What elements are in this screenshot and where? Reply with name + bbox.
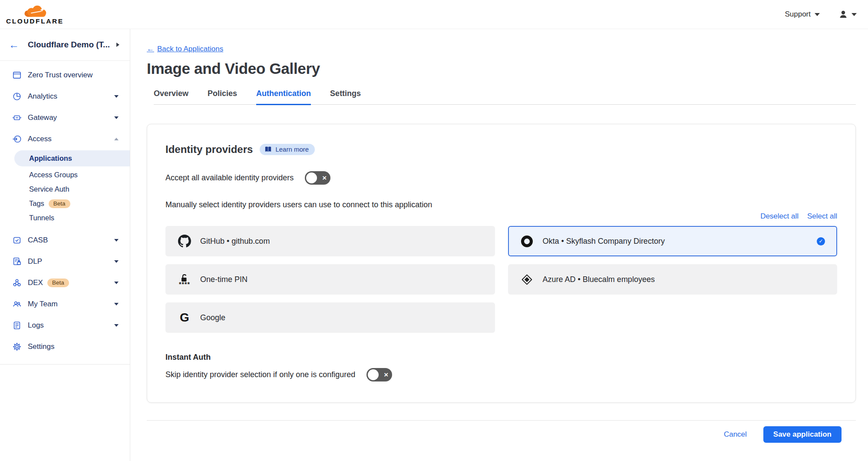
sidebar-item-casb[interactable]: CASB — [0, 229, 130, 251]
toggle-x-icon: × — [322, 174, 327, 182]
beta-badge: Beta — [47, 279, 69, 287]
save-application-button[interactable]: Save application — [763, 426, 842, 443]
sidebar-account-header: ← Cloudflare Demo (T... — [0, 29, 130, 61]
sidebar-item-tags[interactable]: Tags Beta — [0, 196, 130, 211]
access-submenu: Applications Access Groups Service Auth … — [0, 150, 130, 225]
sidebar-item-dlp[interactable]: DLP — [0, 251, 130, 272]
main-content: ← Back to Applications Image and Video G… — [130, 29, 868, 461]
instant-auth-toggle[interactable]: × — [366, 368, 392, 381]
chevron-down-icon[interactable] — [114, 239, 119, 242]
footer-actions: Cancel Save application — [147, 421, 856, 448]
document-lock-icon — [12, 256, 22, 266]
cloudflare-cloud-icon — [19, 4, 50, 17]
github-icon — [178, 235, 191, 248]
sidebar-item-access-groups[interactable]: Access Groups — [0, 168, 130, 182]
one-time-pin-icon: **** — [178, 274, 191, 285]
learn-more-badge[interactable]: Learn more — [260, 144, 315, 155]
select-all-link[interactable]: Select all — [807, 212, 837, 221]
panel-title: Identity providers — [165, 143, 253, 156]
provider-card-one-time-pin[interactable]: **** One-time PIN — [165, 264, 495, 295]
casb-check-icon — [12, 235, 22, 245]
sidebar-item-settings[interactable]: Settings — [0, 336, 130, 357]
list-document-icon — [12, 320, 22, 330]
beta-badge: Beta — [49, 199, 70, 208]
sidebar: ← Cloudflare Demo (T... Zero Trust overv… — [0, 29, 130, 461]
toggle-knob — [368, 369, 379, 380]
chevron-down-icon[interactable] — [114, 260, 119, 263]
account-title[interactable]: Cloudflare Demo (T... — [28, 40, 116, 50]
sidebar-item-logs[interactable]: Logs — [0, 315, 130, 336]
pie-chart-icon — [12, 91, 22, 101]
tab-bar: Overview Policies Authentication Setting… — [154, 89, 856, 105]
accept-all-toggle[interactable]: × — [305, 171, 330, 185]
people-icon — [12, 299, 22, 309]
user-menu[interactable] — [838, 9, 857, 20]
brand-wordmark: CLOUDFLARE — [6, 18, 64, 25]
chevron-down-icon[interactable] — [114, 303, 119, 305]
okta-icon — [520, 235, 534, 247]
cloudflare-logo: CLOUDFLARE — [6, 4, 64, 25]
support-menu[interactable]: Support — [785, 10, 820, 19]
login-arrow-icon — [12, 134, 22, 144]
sidebar-item-zero-trust-overview[interactable]: Zero Trust overview — [0, 64, 130, 86]
window-icon — [12, 70, 22, 80]
provider-card-google[interactable]: G Google — [165, 302, 495, 333]
sidebar-divider — [0, 364, 130, 365]
identity-providers-panel: Identity providers Learn more Accept all… — [147, 124, 856, 403]
chevron-down-icon[interactable] — [114, 116, 119, 119]
page-title: Image and Video Gallery — [147, 60, 856, 77]
gateway-icon — [12, 113, 22, 123]
chevron-down-icon — [815, 13, 820, 16]
instant-auth-section: Instant Auth Skip identity provider sele… — [165, 353, 837, 381]
chevron-down-icon[interactable] — [114, 324, 119, 327]
provider-card-okta[interactable]: Okta • Skyflash Company Directory ✓ — [508, 226, 838, 256]
top-bar: CLOUDFLARE Support — [0, 0, 868, 29]
instant-auth-label: Skip identity provider selection if only… — [165, 370, 355, 379]
toggle-x-icon: × — [384, 371, 388, 378]
sidebar-item-service-auth[interactable]: Service Auth — [0, 182, 130, 196]
sidebar-item-my-team[interactable]: My Team — [0, 293, 130, 315]
support-label: Support — [785, 10, 811, 19]
accept-all-label: Accept all available identity providers — [165, 173, 294, 182]
network-nodes-icon — [12, 278, 22, 288]
selected-check-icon: ✓ — [817, 237, 825, 245]
chevron-down-icon[interactable] — [114, 95, 119, 98]
instant-auth-heading: Instant Auth — [165, 353, 837, 362]
tab-overview[interactable]: Overview — [154, 89, 188, 105]
sidebar-item-dex[interactable]: DEX Beta — [0, 272, 130, 293]
tab-authentication[interactable]: Authentication — [256, 89, 311, 105]
back-arrow-icon: ← — [147, 45, 154, 53]
sidebar-item-applications[interactable]: Applications — [14, 150, 130, 166]
book-icon — [264, 146, 272, 153]
chevron-down-icon[interactable] — [114, 282, 119, 284]
chevron-right-icon[interactable] — [116, 43, 119, 47]
deselect-all-link[interactable]: Deselect all — [760, 212, 799, 221]
google-icon: G — [178, 312, 191, 324]
tab-policies[interactable]: Policies — [208, 89, 237, 105]
cancel-button[interactable]: Cancel — [724, 430, 747, 439]
chevron-down-icon — [851, 13, 857, 16]
back-to-applications-link[interactable]: ← Back to Applications — [147, 45, 223, 53]
sidebar-nav: Zero Trust overview Analytics Gateway — [0, 61, 130, 365]
chevron-up-icon[interactable] — [114, 138, 119, 140]
azure-ad-icon — [520, 274, 534, 285]
toggle-knob — [306, 172, 317, 183]
provider-card-azure-ad[interactable]: Azure AD • Bluecalm employees — [508, 264, 838, 295]
manual-select-text: Manually select identity providers users… — [165, 200, 837, 209]
provider-card-github[interactable]: GitHub • github.com — [165, 226, 495, 256]
sidebar-item-tunnels[interactable]: Tunnels — [0, 211, 130, 225]
sidebar-item-gateway[interactable]: Gateway — [0, 107, 130, 128]
gear-icon — [12, 342, 22, 352]
user-icon — [838, 9, 848, 20]
sidebar-item-analytics[interactable]: Analytics — [0, 86, 130, 107]
tab-settings[interactable]: Settings — [330, 89, 361, 105]
back-arrow-icon[interactable]: ← — [9, 39, 19, 51]
sidebar-item-access[interactable]: Access — [0, 128, 130, 149]
provider-grid: GitHub • github.com Okta • Skyflash Comp… — [165, 226, 837, 333]
